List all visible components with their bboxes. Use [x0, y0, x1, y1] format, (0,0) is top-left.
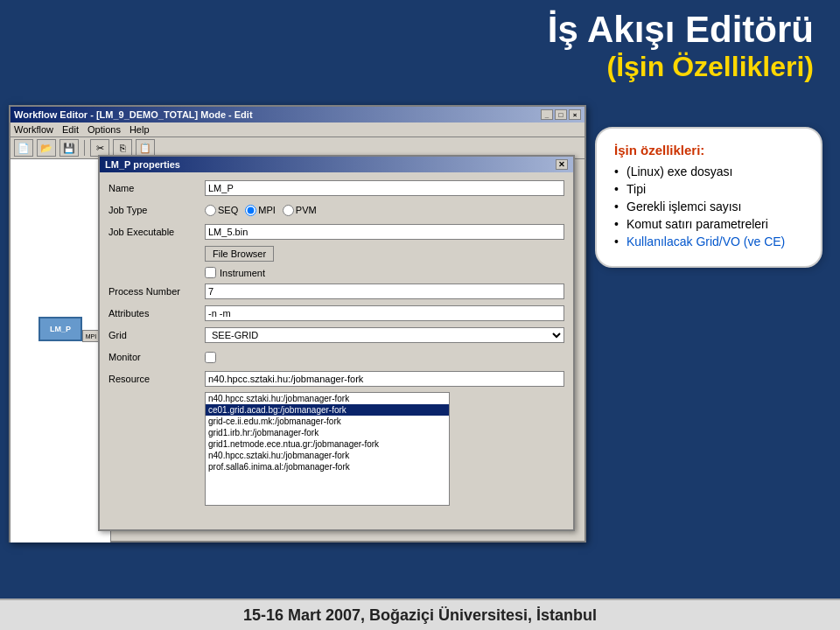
grid-select[interactable]: SEE-GRID	[205, 327, 564, 343]
name-input[interactable]	[205, 180, 564, 196]
job-executable-label: Job Executable	[108, 227, 205, 237]
menu-help[interactable]: Help	[130, 124, 150, 135]
workflow-editor-window: Workflow Editor - [LM_9_DEMO_TOTAL] Mode…	[9, 105, 586, 542]
monitor-checkbox[interactable]	[205, 352, 216, 363]
attributes-label: Attributes	[108, 308, 205, 318]
radio-mpi-label: MPI	[258, 205, 276, 215]
attributes-input[interactable]	[205, 305, 564, 321]
job-type-label: Job Type	[108, 205, 205, 215]
close-button[interactable]: ×	[569, 109, 581, 120]
window-title: Workflow Editor - [LM_9_DEMO_TOTAL] Mode…	[14, 109, 253, 120]
properties-close-button[interactable]: ✕	[556, 159, 568, 170]
name-label: Name	[108, 183, 205, 193]
callout-list: (Linux) exe dosyası Tipi Gerekli işlemci…	[614, 164, 803, 248]
monitor-row: Monitor	[108, 348, 564, 366]
callout-item-2: Gerekli işlemci sayısı	[614, 200, 803, 214]
job-executable-input[interactable]	[205, 224, 564, 240]
workflow-diagram: LM_P MPI	[10, 159, 111, 542]
file-browser-button[interactable]: File Browser	[205, 246, 274, 262]
properties-titlebar: LM_P properties ✕	[100, 157, 573, 172]
toolbar-cut[interactable]: ✂	[90, 139, 109, 157]
properties-title: LM_P properties	[105, 159, 180, 170]
bottom-bar: 15-16 Mart 2007, Boğaziçi Üniversitesi, …	[0, 598, 840, 630]
radio-seq-label: SEQ	[218, 205, 238, 215]
instrument-row: Instrument	[205, 267, 564, 278]
resource-item-0[interactable]: n40.hpcc.sztaki.hu:/jobmanager-fork	[206, 393, 449, 404]
maximize-button[interactable]: □	[555, 109, 567, 120]
radio-seq-input[interactable]	[205, 205, 216, 216]
job-type-radio-group: SEQ MPI PVM	[205, 205, 317, 216]
radio-mpi-input[interactable]	[245, 205, 256, 216]
properties-dialog: LM_P properties ✕ Name Job Type SEQ	[98, 155, 575, 531]
window-titlebar: Workflow Editor - [LM_9_DEMO_TOTAL] Mode…	[10, 107, 584, 122]
callout-item-0: (Linux) exe dosyası	[614, 164, 803, 178]
resource-row: Resource	[108, 370, 564, 388]
diagram-node-mpi: MPI	[82, 330, 100, 342]
toolbar-open[interactable]: 📂	[37, 139, 56, 157]
resource-list: n40.hpcc.sztaki.hu:/jobmanager-fork ce01…	[205, 392, 450, 506]
grid-label: Grid	[108, 330, 205, 340]
minimize-button[interactable]: _	[541, 109, 553, 120]
radio-pvm-label: PVM	[296, 205, 317, 215]
resource-item-3[interactable]: grid1.irb.hr:/jobmanager-fork	[206, 427, 449, 438]
resource-label: Resource	[108, 374, 205, 384]
window-titlebar-buttons: _ □ ×	[541, 109, 581, 120]
job-type-row: Job Type SEQ MPI PVM	[108, 201, 564, 219]
attributes-row: Attributes	[108, 304, 564, 322]
callout-item-3: Komut satırı parametreleri	[614, 217, 803, 231]
process-number-label: Process Number	[108, 286, 205, 297]
resource-item-2[interactable]: grid-ce.ii.edu.mk:/jobmanager-fork	[206, 416, 449, 427]
properties-body: Name Job Type SEQ MPI	[100, 172, 573, 513]
instrument-label: Instrument	[220, 268, 265, 278]
title-sub: (İşin Özellikleri)	[548, 51, 814, 83]
resource-item-5[interactable]: n40.hpcc.sztaki.hu:/jobmanager-fork	[206, 450, 449, 461]
toolbar-separator	[84, 140, 85, 156]
menu-workflow[interactable]: Workflow	[14, 124, 53, 135]
name-row: Name	[108, 179, 564, 197]
job-executable-row: Job Executable	[108, 223, 564, 241]
monitor-label: Monitor	[108, 352, 205, 362]
toolbar-new[interactable]: 📄	[14, 139, 33, 157]
callout-item-1: Tipi	[614, 182, 803, 196]
grid-row: Grid SEE-GRID	[108, 326, 564, 344]
toolbar-copy[interactable]: ⎘	[113, 139, 132, 157]
radio-seq: SEQ	[205, 205, 238, 216]
process-number-input[interactable]	[205, 284, 564, 299]
callout-item-4: Kullanılacak Grid/VO (ve CE)	[614, 234, 803, 248]
diagram-node-lmp[interactable]: LM_P	[38, 317, 82, 341]
toolbar-paste[interactable]: 📋	[136, 139, 155, 157]
resource-item-4[interactable]: grid1.netmode.ece.ntua.gr:/jobmanager-fo…	[206, 438, 449, 450]
title-main: İş Akışı Editörü	[548, 9, 814, 51]
radio-pvm: PVM	[283, 205, 317, 216]
menu-bar: Workflow Edit Options Help	[10, 122, 584, 137]
radio-mpi: MPI	[245, 205, 276, 216]
resource-item-6[interactable]: prof.salla6.inima.al:/jobmanager-fork	[206, 461, 449, 472]
menu-options[interactable]: Options	[88, 124, 121, 135]
file-browser-row: File Browser	[108, 245, 564, 262]
callout-bubble: İşin özellikleri: (Linux) exe dosyası Ti…	[595, 127, 822, 268]
bottom-bar-text: 15-16 Mart 2007, Boğaziçi Üniversitesi, …	[243, 606, 597, 625]
process-number-row: Process Number	[108, 283, 564, 300]
radio-pvm-input[interactable]	[283, 205, 294, 216]
instrument-checkbox[interactable]	[205, 267, 216, 278]
resource-item-1[interactable]: ce01.grid.acad.bg:/jobmanager-fork	[206, 404, 449, 416]
resource-input[interactable]	[205, 371, 564, 387]
callout-title: İşin özellikleri:	[614, 143, 803, 158]
toolbar-save[interactable]: 💾	[60, 139, 79, 157]
menu-edit[interactable]: Edit	[62, 124, 79, 135]
title-area: İş Akışı Editörü (İşin Özellikleri)	[548, 9, 814, 83]
